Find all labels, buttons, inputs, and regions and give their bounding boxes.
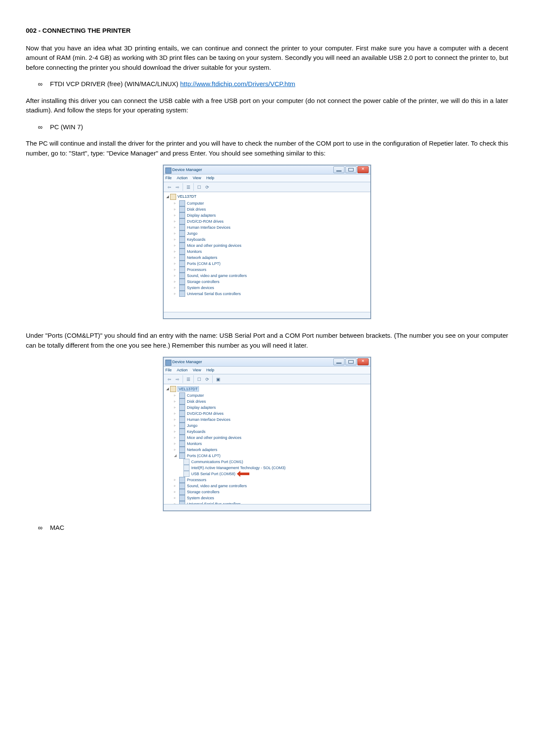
- device-icon: [179, 291, 185, 297]
- device-icon: [179, 230, 185, 236]
- tree-item-label: Disk drives: [187, 206, 206, 212]
- tree-item[interactable]: ▹Mice and other pointing devices: [174, 435, 368, 441]
- tree-item[interactable]: ▹Display adapters: [174, 212, 368, 218]
- device-manager-window-2: Device Manager File Action View Help ⇦ ⇨…: [163, 357, 371, 511]
- bullet-symbol: ∞: [38, 79, 50, 89]
- menu-help[interactable]: Help: [206, 367, 214, 373]
- tree-subitem[interactable]: Intel(R) Active Management Technology - …: [183, 465, 368, 471]
- tree-item[interactable]: ▹System devices: [174, 285, 368, 291]
- tree-item[interactable]: ▹Display adapters: [174, 404, 368, 411]
- tree-item[interactable]: ▹Computer: [174, 200, 368, 206]
- tree-area: ◢ VEL137DT ▹Computer▹Disk drives▹Display…: [164, 384, 370, 504]
- tree-item[interactable]: ▹Ports (COM & LPT): [174, 261, 368, 267]
- menu-action[interactable]: Action: [177, 367, 188, 373]
- device-icon: [179, 249, 185, 255]
- device-icon: [179, 273, 185, 279]
- back-icon[interactable]: ⇦: [165, 375, 173, 383]
- tree-item[interactable]: ▹Mice and other pointing devices: [174, 243, 368, 249]
- tree-item-label: Processors: [187, 267, 206, 273]
- tree-item[interactable]: ▹Storage controllers: [174, 489, 368, 495]
- bullet-text: PC (WIN 7): [50, 122, 83, 132]
- tree-item-label: Computer: [187, 392, 204, 398]
- tree-item[interactable]: ▹Network adapters: [174, 447, 368, 453]
- menu-action[interactable]: Action: [177, 175, 188, 181]
- menu-help[interactable]: Help: [206, 175, 214, 181]
- menu-view[interactable]: View: [193, 367, 201, 373]
- tree-item[interactable]: ▹Universal Serial Bus controllers: [174, 291, 368, 297]
- tree-item-label: Monitors: [187, 441, 202, 447]
- bullet-mac: ∞ MAC: [38, 523, 508, 533]
- tree-item[interactable]: ▹Jungo: [174, 423, 368, 429]
- properties-icon[interactable]: ☐: [195, 375, 203, 383]
- caret-right-icon: ▹: [174, 489, 177, 495]
- tree-item[interactable]: ▹DVD/CD-ROM drives: [174, 218, 368, 224]
- menu-file[interactable]: File: [165, 175, 172, 181]
- menubar: File Action View Help: [164, 367, 370, 374]
- back-icon[interactable]: ⇦: [165, 183, 173, 191]
- tree-item[interactable]: ◢Ports (COM & LPT): [174, 453, 368, 459]
- highlight-arrow-icon: [240, 473, 249, 475]
- tree-item-label: Mice and other pointing devices: [187, 243, 242, 249]
- tree-icon[interactable]: ☰: [184, 375, 192, 383]
- tree-item[interactable]: ▹Disk drives: [174, 398, 368, 404]
- tree-item[interactable]: ▹Storage controllers: [174, 279, 368, 285]
- scan-icon[interactable]: ⟳: [203, 375, 211, 383]
- device-icon: [179, 404, 185, 411]
- caret-right-icon: ▹: [174, 206, 177, 212]
- tree-item[interactable]: ▹Sound, video and game controllers: [174, 483, 368, 489]
- tree-icon[interactable]: ☰: [184, 183, 192, 191]
- tree-item[interactable]: ▹Universal Serial Bus controllers: [174, 501, 368, 504]
- tree-root[interactable]: ◢ VEL137DT: [166, 194, 368, 200]
- tree-subitem[interactable]: Communications Port (COM1): [183, 459, 368, 465]
- port-icon: [183, 459, 189, 465]
- window-controls: [333, 358, 369, 365]
- scan-icon[interactable]: ⟳: [203, 183, 211, 191]
- close-button[interactable]: [357, 358, 369, 365]
- bullet-text: FTDI VCP DRIVER (free) (WIN/MAC/LINUX) h…: [50, 79, 295, 89]
- caret-right-icon: ▹: [174, 261, 177, 267]
- tree-subitem[interactable]: USB Serial Port (COM58): [183, 471, 368, 477]
- tree-item[interactable]: ▹Processors: [174, 267, 368, 273]
- tree-item[interactable]: ▹Computer: [174, 392, 368, 398]
- minimize-button[interactable]: [333, 166, 345, 173]
- tree-item-label: Display adapters: [187, 404, 216, 411]
- tree-item[interactable]: ▹Processors: [174, 477, 368, 483]
- devices-icon[interactable]: ▣: [214, 375, 222, 383]
- tree-item[interactable]: ▹Monitors: [174, 441, 368, 447]
- maximize-button[interactable]: [345, 358, 357, 365]
- forward-icon[interactable]: ⇨: [174, 375, 181, 383]
- device-icon: [179, 285, 185, 291]
- tree-root[interactable]: ◢ VEL137DT: [166, 386, 368, 392]
- tree-item[interactable]: ▹Network adapters: [174, 255, 368, 261]
- toolbar: ⇦ ⇨ ☰ ☐ ⟳: [164, 182, 370, 192]
- tree-item-label: Storage controllers: [187, 489, 220, 495]
- caret-down-icon: ◢: [166, 194, 169, 199]
- tree-item-label: Ports (COM & LPT): [187, 261, 220, 267]
- close-button[interactable]: [357, 166, 369, 173]
- menu-view[interactable]: View: [193, 175, 201, 181]
- menu-file[interactable]: File: [165, 367, 172, 373]
- tree-item[interactable]: ▹Keyboards: [174, 429, 368, 435]
- tree-item[interactable]: ▹Jungo: [174, 230, 368, 236]
- maximize-button[interactable]: [345, 166, 357, 173]
- ftdi-link[interactable]: http://www.ftdichip.com/Drivers/VCP.htm: [180, 80, 295, 87]
- caret-right-icon: ▹: [174, 392, 177, 398]
- tree-item[interactable]: ▹Human Interface Devices: [174, 417, 368, 423]
- forward-icon[interactable]: ⇨: [174, 183, 181, 191]
- properties-icon[interactable]: ☐: [195, 183, 203, 191]
- device-icon: [179, 453, 185, 459]
- tree-item[interactable]: ▹Disk drives: [174, 206, 368, 212]
- caret-right-icon: ▹: [174, 285, 177, 291]
- tree-item-label: Monitors: [187, 249, 202, 255]
- tree-item[interactable]: ▹Sound, video and game controllers: [174, 273, 368, 279]
- minimize-button[interactable]: [333, 358, 345, 365]
- bullet-symbol: ∞: [38, 122, 50, 132]
- caret-right-icon: ▹: [174, 447, 177, 453]
- tree-item[interactable]: ▹Keyboards: [174, 236, 368, 243]
- tree-item[interactable]: ▹Monitors: [174, 249, 368, 255]
- tree-item[interactable]: ▹System devices: [174, 495, 368, 501]
- device-icon: [179, 392, 185, 398]
- separator: [183, 183, 183, 191]
- tree-item[interactable]: ▹DVD/CD-ROM drives: [174, 411, 368, 417]
- tree-item[interactable]: ▹Human Interface Devices: [174, 224, 368, 230]
